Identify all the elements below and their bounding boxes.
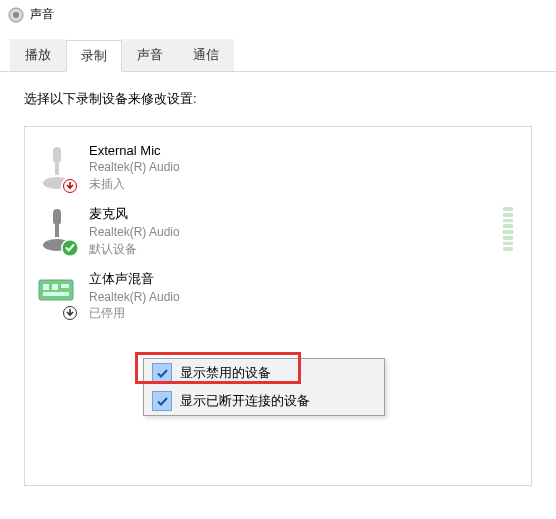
menu-item-show-disconnected[interactable]: 显示已断开连接的设备 [144,387,384,415]
tab-sounds[interactable]: 声音 [122,39,178,71]
svg-rect-6 [53,209,61,225]
svg-rect-12 [52,284,58,290]
content-area: 选择以下录制设备来修改设置: External Mic Realtek(R) A… [0,72,556,504]
tab-playback[interactable]: 播放 [10,39,66,71]
arrow-down-icon [61,304,79,322]
device-row[interactable]: 麦克风 Realtek(R) Audio 默认设备 [33,199,523,264]
device-name: External Mic [89,143,519,158]
svg-point-1 [13,12,19,18]
level-meter [503,207,513,251]
context-menu: 显示禁用的设备 显示已断开连接的设备 [143,358,385,416]
device-status: 未插入 [89,176,519,193]
device-icon [37,270,77,320]
svg-rect-7 [55,225,59,237]
device-name: 麦克风 [89,205,491,223]
device-provider: Realtek(R) Audio [89,289,519,306]
device-name: 立体声混音 [89,270,519,288]
speaker-icon [8,7,24,23]
menu-item-label: 显示已断开连接的设备 [180,392,310,410]
device-icon [37,143,77,193]
menu-item-show-disabled[interactable]: 显示禁用的设备 [144,359,384,387]
device-row[interactable]: External Mic Realtek(R) Audio 未插入 [33,137,523,199]
tab-recording[interactable]: 录制 [66,40,122,72]
svg-rect-3 [55,163,59,175]
device-provider: Realtek(R) Audio [89,159,519,176]
device-status: 已停用 [89,305,519,322]
menu-item-label: 显示禁用的设备 [180,364,271,382]
svg-rect-2 [53,147,61,163]
checkmark-icon [152,391,172,411]
device-info: External Mic Realtek(R) Audio 未插入 [89,143,519,193]
tab-communications[interactable]: 通信 [178,39,234,71]
tabstrip: 播放 录制 声音 通信 [0,39,556,72]
check-icon [61,239,79,257]
device-provider: Realtek(R) Audio [89,224,491,241]
titlebar: 声音 [0,0,556,29]
checkmark-icon [152,363,172,383]
device-status: 默认设备 [89,241,491,258]
svg-rect-14 [43,292,69,296]
device-row[interactable]: 立体声混音 Realtek(R) Audio 已停用 [33,264,523,329]
instruction-text: 选择以下录制设备来修改设置: [24,90,532,108]
device-info: 立体声混音 Realtek(R) Audio 已停用 [89,270,519,323]
device-info: 麦克风 Realtek(R) Audio 默认设备 [89,205,491,258]
device-list[interactable]: External Mic Realtek(R) Audio 未插入 麦克风 Re… [24,126,532,486]
arrow-down-icon [61,177,79,195]
svg-rect-11 [43,284,49,290]
window-title: 声音 [30,6,54,23]
svg-rect-13 [61,284,69,288]
device-icon [37,205,77,255]
